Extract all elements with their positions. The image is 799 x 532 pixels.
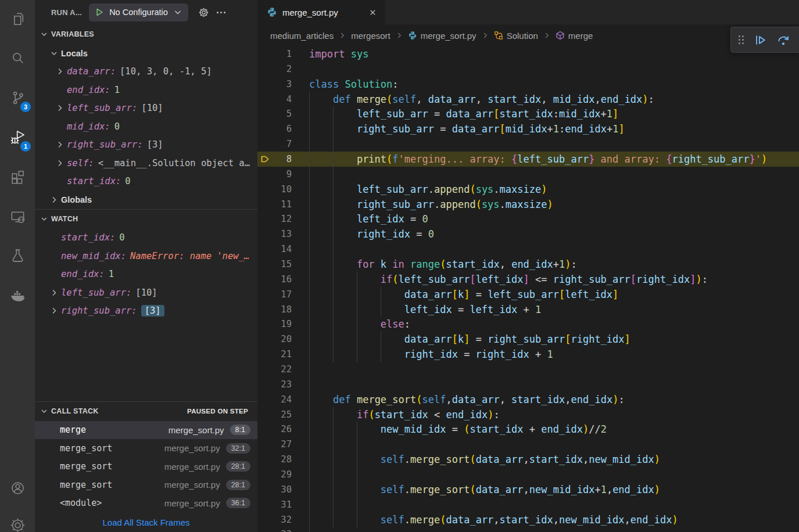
- code-line[interactable]: 9: [257, 167, 799, 182]
- code-line[interactable]: 29: [257, 467, 799, 482]
- line-number[interactable]: 30: [272, 484, 292, 495]
- line-number[interactable]: 33: [272, 529, 292, 532]
- debug-continue-button[interactable]: [754, 34, 767, 46]
- code-line[interactable]: 3class Solution:: [257, 77, 799, 92]
- code-line[interactable]: 24 def merge_sort(self,data_arr, start_i…: [257, 392, 799, 407]
- breadcrumb-item-medium-articles[interactable]: medium_articles: [270, 31, 334, 41]
- code-line[interactable]: 20 data_arr[k] = right_sub_arr[right_idx…: [257, 332, 799, 347]
- chevron-right-icon[interactable]: [55, 140, 65, 149]
- stack-frame-row[interactable]: mergemerge_sort.py8:1: [35, 421, 257, 440]
- variable-row[interactable]: start_idx:0: [35, 172, 257, 191]
- line-number[interactable]: 8: [272, 154, 292, 164]
- chevron-right-icon[interactable]: [55, 159, 65, 168]
- line-number[interactable]: 7: [272, 139, 292, 149]
- code-line[interactable]: 32 self.merge(data_arr,start_idx,new_mid…: [257, 512, 799, 527]
- line-number[interactable]: 10: [272, 184, 292, 195]
- code-line[interactable]: 15 for k in range(start_idx, end_idx+1):: [257, 257, 799, 272]
- variable-row[interactable]: self:<__main__.Solution object a…: [35, 154, 257, 172]
- activity-bar-item-run-and-debug[interactable]: 1: [0, 118, 35, 158]
- activity-bar-item-manage[interactable]: [0, 506, 35, 532]
- stack-frame-row[interactable]: merge_sortmerge_sort.py28:1: [35, 458, 257, 476]
- line-number[interactable]: 5: [272, 109, 292, 119]
- variable-row[interactable]: mid_idx:0: [35, 117, 257, 136]
- chevron-right-icon[interactable]: [55, 67, 65, 76]
- code-area[interactable]: 1import sys23class Solution:4 def merge(…: [257, 46, 799, 532]
- activity-bar-item-account[interactable]: [0, 472, 35, 506]
- line-number[interactable]: 6: [272, 124, 292, 134]
- scope-locals[interactable]: Locals: [35, 44, 257, 63]
- chevron-right-icon[interactable]: [55, 103, 65, 113]
- line-number[interactable]: 20: [272, 334, 292, 344]
- code-line[interactable]: 30 self.merge_sort(data_arr,new_mid_idx+…: [257, 482, 799, 497]
- debug-step-over-button[interactable]: [777, 34, 790, 46]
- line-number[interactable]: 26: [272, 424, 292, 434]
- chevron-right-icon[interactable]: [49, 195, 59, 204]
- line-number[interactable]: 1: [272, 49, 292, 59]
- variable-row[interactable]: data_arr:[10, 3, 0, -1, 5]: [35, 63, 257, 81]
- line-number[interactable]: 14: [272, 244, 292, 254]
- chevron-right-icon[interactable]: [49, 288, 59, 297]
- stack-frame-row[interactable]: merge_sortmerge_sort.py28:1: [35, 476, 257, 494]
- tab-merge-sort-py[interactable]: merge_sort.py: [257, 0, 385, 24]
- load-all-stack-frames-link[interactable]: Load All Stack Frames: [35, 512, 257, 532]
- breadcrumb-item-mergesort[interactable]: mergesort: [351, 31, 390, 41]
- code-line[interactable]: 2: [257, 62, 799, 77]
- activity-bar-item-explorer[interactable]: [0, 0, 35, 39]
- line-number[interactable]: 24: [272, 394, 292, 405]
- activity-bar-item-testing[interactable]: [0, 237, 35, 276]
- line-number[interactable]: 17: [272, 289, 292, 300]
- watch-expression-row[interactable]: right_sub_arr:[3]: [35, 302, 257, 321]
- line-number[interactable]: 22: [272, 364, 292, 375]
- activity-bar-item-source-control[interactable]: 3: [0, 79, 35, 118]
- code-line[interactable]: 11 right_sub_arr.append(sys.maxsize): [257, 197, 799, 212]
- watch-expression-row[interactable]: start_idx:0: [35, 229, 257, 247]
- breadcrumb-item-solution[interactable]: Solution: [494, 31, 538, 41]
- variable-row[interactable]: end_idx:1: [35, 81, 257, 99]
- line-number[interactable]: 32: [272, 515, 292, 525]
- line-number[interactable]: 31: [272, 499, 292, 510]
- code-line[interactable]: 13 right_idx = 0: [257, 227, 799, 242]
- code-line[interactable]: 4 def merge(self, data_arr, start_idx, m…: [257, 92, 799, 107]
- line-number[interactable]: 16: [272, 274, 292, 285]
- variable-row[interactable]: right_sub_arr:[3]: [35, 136, 257, 154]
- activity-bar-item-search[interactable]: [0, 39, 35, 79]
- code-line[interactable]: 7: [257, 136, 799, 152]
- code-line[interactable]: 5 left_sub_arr = data_arr[start_idx:mid_…: [257, 106, 799, 121]
- close-icon[interactable]: [367, 6, 378, 18]
- code-line[interactable]: 1import sys: [257, 46, 799, 62]
- line-number[interactable]: 29: [272, 469, 292, 480]
- code-line[interactable]: 28 self.merge_sort(data_arr,start_idx,ne…: [257, 452, 799, 467]
- line-number[interactable]: 15: [272, 259, 292, 269]
- stack-frame-row[interactable]: merge_sortmerge_sort.py32:1: [35, 439, 257, 458]
- activity-bar-item-remote-explorer[interactable]: [0, 197, 35, 237]
- line-number[interactable]: 11: [272, 199, 292, 210]
- code-line[interactable]: 19 else:: [257, 317, 799, 332]
- scope-globals[interactable]: Globals: [35, 190, 257, 209]
- more-actions-icon[interactable]: [213, 3, 230, 21]
- variable-row[interactable]: left_sub_arr:[10]: [35, 99, 257, 118]
- watch-section-header[interactable]: WATCH: [35, 209, 257, 229]
- line-number[interactable]: 19: [272, 319, 292, 329]
- launch-configuration-dropdown[interactable]: No Configuratio: [89, 3, 188, 21]
- code-line[interactable]: 26 new_mid_idx = (start_idx + end_idx)//…: [257, 422, 799, 437]
- code-line[interactable]: 21 right_idx = right_idx + 1: [257, 347, 799, 362]
- line-number[interactable]: 4: [272, 94, 292, 105]
- call-stack-section-header[interactable]: CALL STACK PAUSED ON STEP: [35, 401, 257, 421]
- chevron-right-icon[interactable]: [49, 306, 59, 315]
- watch-expression-row[interactable]: left_sub_arr:[10]: [35, 283, 257, 302]
- activity-bar-item-extensions[interactable]: [0, 158, 35, 197]
- variables-section-header[interactable]: VARIABLES: [35, 24, 257, 44]
- code-line[interactable]: 33: [257, 527, 799, 532]
- line-number[interactable]: 28: [272, 454, 292, 465]
- code-line[interactable]: 31: [257, 497, 799, 512]
- code-line[interactable]: 16 if(left_sub_arr[left_idx] <= right_su…: [257, 272, 799, 287]
- line-number[interactable]: 27: [272, 439, 292, 450]
- line-number[interactable]: 21: [272, 349, 292, 360]
- gear-icon[interactable]: [195, 3, 213, 21]
- current-line-arrow-icon[interactable]: [257, 154, 272, 164]
- code-line[interactable]: 12 left_idx = 0: [257, 211, 799, 227]
- code-line[interactable]: 10 left_sub_arr.append(sys.maxsize): [257, 182, 799, 197]
- watch-expression-row[interactable]: end_idx:1: [35, 265, 257, 284]
- code-line[interactable]: 23: [257, 377, 799, 392]
- line-number[interactable]: 9: [272, 169, 292, 179]
